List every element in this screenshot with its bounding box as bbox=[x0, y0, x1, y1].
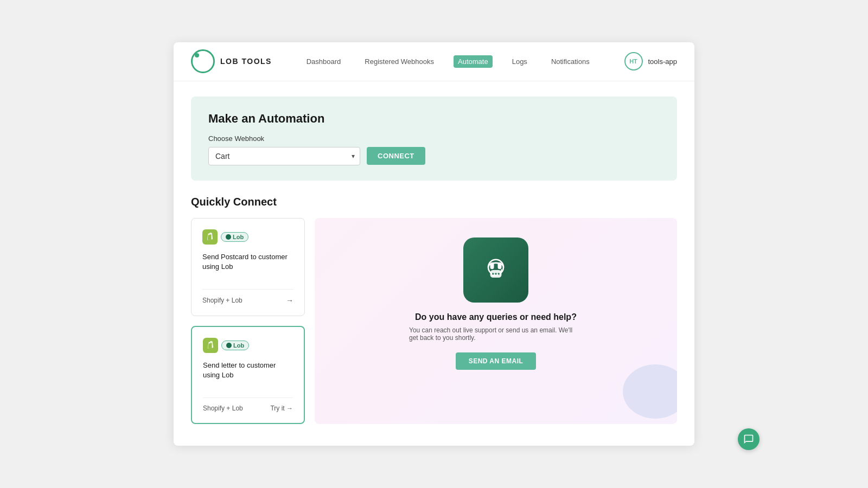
card-letter-icons: Lob bbox=[203, 338, 293, 353]
card-letter-footer: Shopify + Lob Try it → bbox=[203, 397, 293, 412]
support-title: Do you have any queries or need help? bbox=[415, 312, 577, 322]
lob-badge-2: Lob bbox=[221, 341, 249, 350]
automation-title: Make an Automation bbox=[208, 112, 660, 126]
card-postcard-footer-text: Shopify + Lob bbox=[202, 297, 242, 304]
card-postcard-icons: Lob bbox=[202, 229, 293, 245]
support-wrapper: Lob Send Postcard to customer using Lob … bbox=[191, 218, 677, 425]
webhook-select[interactable]: Cart bbox=[208, 147, 360, 165]
chat-icon bbox=[743, 434, 754, 445]
logo-dot bbox=[195, 53, 199, 57]
main-nav: Dashboard Registered Webhooks Automate L… bbox=[302, 55, 594, 68]
card-letter-footer-text: Shopify + Lob bbox=[203, 404, 243, 412]
decorative-blob bbox=[623, 364, 677, 419]
headset-icon bbox=[477, 251, 515, 289]
card-postcard[interactable]: Lob Send Postcard to customer using Lob … bbox=[191, 218, 305, 316]
nav-registered-webhooks[interactable]: Registered Webhooks bbox=[360, 55, 438, 68]
support-section: Do you have any queries or need help? Yo… bbox=[315, 218, 677, 425]
cards-row: Lob Send Postcard to customer using Lob … bbox=[191, 218, 305, 425]
nav-notifications[interactable]: Notifications bbox=[547, 55, 594, 68]
logo-icon bbox=[191, 49, 215, 73]
logo-area: LOB TOOLS bbox=[191, 49, 272, 73]
user-avatar: HT bbox=[624, 52, 643, 70]
nav-automate[interactable]: Automate bbox=[454, 55, 493, 68]
logo-text: LOB TOOLS bbox=[220, 57, 272, 66]
send-email-button[interactable]: SEND AN EMAIL bbox=[456, 352, 537, 370]
user-name: tools-app bbox=[648, 57, 677, 66]
support-icon-wrap bbox=[463, 237, 528, 303]
webhook-select-wrapper[interactable]: Cart bbox=[208, 147, 360, 165]
card-letter-desc: Send letter to customer using Lob bbox=[203, 361, 293, 380]
support-desc: You can reach out live support or send u… bbox=[409, 326, 583, 342]
quickly-connect-title: Quickly Connect bbox=[191, 196, 677, 208]
lob-badge-1: Lob bbox=[221, 232, 248, 242]
nav-dashboard[interactable]: Dashboard bbox=[302, 55, 346, 68]
card-letter[interactable]: Lob Send letter to customer using Lob Sh… bbox=[191, 326, 305, 424]
card-postcard-arrow-icon: → bbox=[286, 296, 293, 305]
connect-button[interactable]: CONNECT bbox=[367, 147, 425, 165]
nav-logs[interactable]: Logs bbox=[508, 55, 532, 68]
svg-point-7 bbox=[498, 273, 500, 275]
quickly-connect-section: Quickly Connect bbox=[191, 196, 677, 425]
card-postcard-desc: Send Postcard to customer using Lob bbox=[202, 252, 293, 272]
main-content: Make an Automation Choose Webhook Cart C… bbox=[174, 97, 694, 446]
chat-bubble-button[interactable] bbox=[738, 428, 760, 450]
header: LOB TOOLS Dashboard Registered Webhooks … bbox=[174, 42, 694, 81]
svg-point-6 bbox=[495, 273, 497, 275]
webhook-row: Cart CONNECT bbox=[208, 147, 660, 165]
shopify-icon-2 bbox=[203, 338, 218, 353]
shopify-icon bbox=[202, 229, 218, 245]
automation-section: Make an Automation Choose Webhook Cart C… bbox=[191, 97, 677, 181]
card-postcard-footer: Shopify + Lob → bbox=[202, 289, 293, 305]
webhook-label: Choose Webhook bbox=[208, 134, 660, 143]
user-area: HT tools-app bbox=[624, 52, 677, 70]
svg-point-5 bbox=[492, 273, 494, 275]
try-it-link[interactable]: Try it → bbox=[270, 404, 293, 412]
